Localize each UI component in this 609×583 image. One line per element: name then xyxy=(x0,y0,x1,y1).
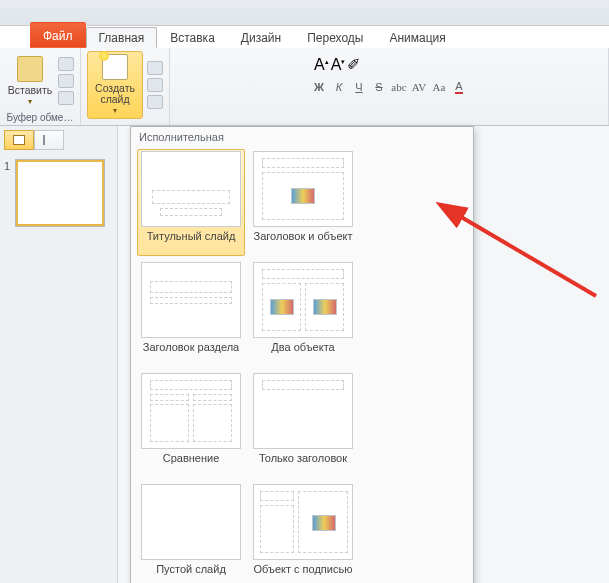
layout-label: Заголовок раздела xyxy=(139,341,243,365)
layout-label: Сравнение xyxy=(139,452,243,476)
slides-view-icon xyxy=(13,135,25,145)
layout-title-slide[interactable]: Титульный слайд xyxy=(137,149,245,256)
new-slide-gallery: Исполнительная Титульный слайдЗаголовок … xyxy=(130,126,474,583)
copy-icon[interactable] xyxy=(58,74,74,88)
layout-label: Пустой слайд xyxy=(139,563,243,583)
paste-button[interactable]: Вставить ▾ xyxy=(6,54,54,109)
reset-icon[interactable] xyxy=(147,78,163,92)
text-shadow-button[interactable]: abc xyxy=(390,78,408,96)
underline-button[interactable]: Ч xyxy=(350,78,368,96)
layout-title-only[interactable]: Только заголовок xyxy=(249,371,357,478)
outline-view-icon xyxy=(43,135,55,145)
tab-design[interactable]: Дизайн xyxy=(228,27,294,48)
new-slide-button[interactable]: Создать слайд ▾ xyxy=(87,51,143,119)
clear-formatting-icon[interactable]: ✐ xyxy=(347,55,360,74)
font-group: A▴ A▾ ✐ Ж К Ч S abc AV Aa A xyxy=(170,48,609,125)
title-bar xyxy=(0,0,609,26)
layout-title-and-content[interactable]: Заголовок и объект xyxy=(249,149,357,256)
slide-thumb-preview xyxy=(16,160,104,226)
tab-insert[interactable]: Вставка xyxy=(157,27,228,48)
grow-font-button[interactable]: A▴ xyxy=(314,56,329,74)
tab-animation[interactable]: Анимация xyxy=(376,27,458,48)
layout-label: Объект с подписью xyxy=(251,563,355,583)
clipboard-group-label: Буфер обме… xyxy=(7,111,74,124)
ribbon: Вставить ▾ Буфер обме… Создать слайд ▾ xyxy=(0,48,609,126)
layout-content-caption[interactable]: Объект с подписью xyxy=(249,482,357,583)
layout-label: Заголовок и объект xyxy=(251,230,355,254)
strikethrough-button[interactable]: S xyxy=(370,78,388,96)
section-icon[interactable] xyxy=(147,95,163,109)
layout-comparison[interactable]: Сравнение xyxy=(137,371,245,478)
chevron-down-icon: ▾ xyxy=(113,105,117,116)
bold-button[interactable]: Ж xyxy=(310,78,328,96)
new-slide-icon xyxy=(102,54,128,80)
slides-group: Создать слайд ▾ xyxy=(81,48,170,125)
chevron-down-icon: ▾ xyxy=(28,96,32,107)
cut-icon[interactable] xyxy=(58,57,74,71)
slide-number: 1 xyxy=(4,160,16,226)
paste-label: Вставить xyxy=(8,85,53,96)
clipboard-icon xyxy=(17,56,43,82)
outline-view-toggle[interactable] xyxy=(34,130,64,150)
italic-button[interactable]: К xyxy=(330,78,348,96)
char-spacing-button[interactable]: AV xyxy=(410,78,428,96)
new-slide-label: Создать слайд xyxy=(90,83,140,105)
ribbon-tabs: Файл Главная Вставка Дизайн Переходы Ани… xyxy=(0,26,609,48)
slide-thumbnail-1[interactable]: 1 xyxy=(0,154,117,232)
layout-icon[interactable] xyxy=(147,61,163,75)
layout-two-content[interactable]: Два объекта xyxy=(249,260,357,367)
shrink-font-button[interactable]: A▾ xyxy=(331,56,346,74)
gallery-theme-header: Исполнительная xyxy=(131,127,473,145)
layout-label: Два объекта xyxy=(251,341,355,365)
layout-label: Только заголовок xyxy=(251,452,355,476)
tab-file[interactable]: Файл xyxy=(30,22,86,48)
change-case-button[interactable]: Aa xyxy=(430,78,448,96)
font-color-button[interactable]: A xyxy=(450,78,468,96)
slide-panel: 1 xyxy=(0,126,118,583)
layout-label: Титульный слайд xyxy=(139,230,243,254)
clipboard-group: Вставить ▾ Буфер обме… xyxy=(0,48,81,125)
font-group-label xyxy=(388,111,391,124)
layout-blank[interactable]: Пустой слайд xyxy=(137,482,245,583)
tab-transitions[interactable]: Переходы xyxy=(294,27,376,48)
format-painter-icon[interactable] xyxy=(58,91,74,105)
normal-view-toggle[interactable] xyxy=(4,130,34,150)
layout-section-header[interactable]: Заголовок раздела xyxy=(137,260,245,367)
tab-home[interactable]: Главная xyxy=(86,27,158,48)
